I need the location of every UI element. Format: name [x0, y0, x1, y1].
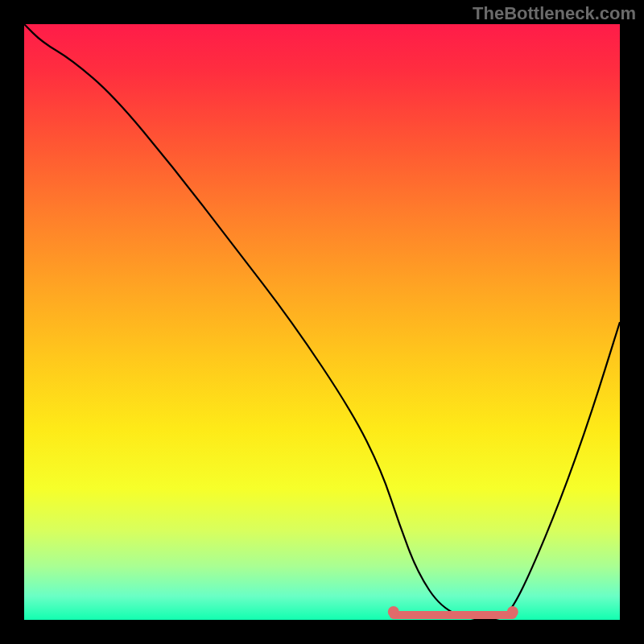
watermark-text: TheBottleneck.com: [473, 3, 636, 24]
plot-background-gradient: [24, 24, 620, 620]
